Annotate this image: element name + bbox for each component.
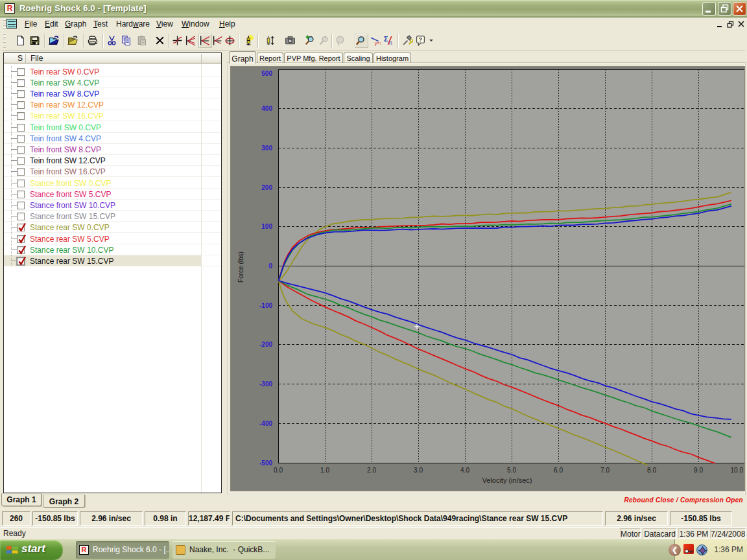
svg-text:-100: -100 — [259, 302, 272, 309]
svg-text:1.0: 1.0 — [320, 467, 329, 474]
svg-text:-400: -400 — [259, 420, 272, 427]
svg-text:-300: -300 — [259, 380, 272, 388]
svg-text:4.0: 4.0 — [460, 467, 469, 474]
svg-text:8.0: 8.0 — [647, 467, 656, 474]
svg-text:-200: -200 — [259, 341, 272, 348]
svg-text:6.0: 6.0 — [554, 467, 563, 474]
svg-text:Force (lbs): Force (lbs) — [237, 251, 244, 283]
svg-text:2.0: 2.0 — [367, 467, 376, 474]
svg-text:Velocity (in/sec): Velocity (in/sec) — [482, 476, 532, 484]
svg-text:5.0: 5.0 — [507, 467, 516, 474]
svg-text:?: ? — [418, 36, 422, 43]
svg-text:7.0: 7.0 — [600, 467, 610, 474]
svg-text:0.0: 0.0 — [274, 467, 283, 474]
svg-text:n: n — [389, 40, 392, 46]
svg-text:500: 500 — [261, 70, 272, 77]
svg-text:9.0: 9.0 — [694, 467, 703, 474]
svg-text:300: 300 — [261, 145, 272, 152]
svg-text:200: 200 — [261, 184, 272, 191]
svg-text:100: 100 — [261, 223, 272, 230]
svg-text:y=x: y=x — [374, 41, 381, 46]
svg-text:3.0: 3.0 — [414, 467, 423, 474]
svg-text:400: 400 — [261, 105, 272, 112]
svg-text:-500: -500 — [259, 460, 272, 467]
svg-text:10.0: 10.0 — [731, 467, 744, 474]
svg-text:0: 0 — [268, 262, 272, 270]
svg-text:Σ: Σ — [384, 35, 388, 43]
